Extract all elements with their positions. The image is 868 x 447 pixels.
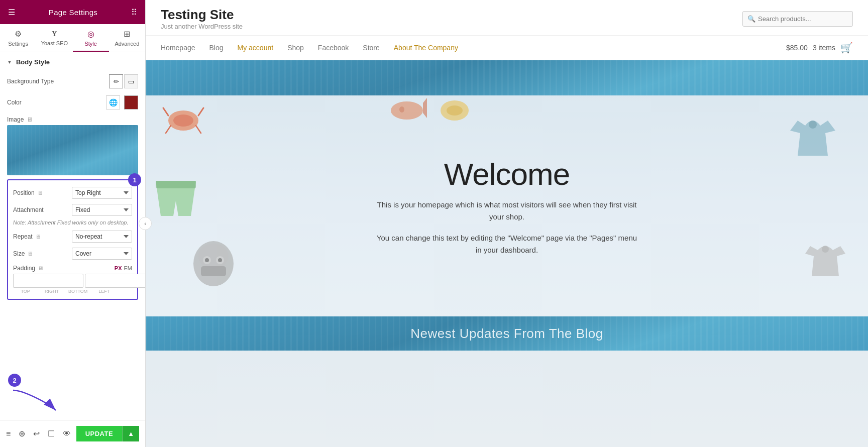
hamburger-icon[interactable]: ☰ (8, 8, 15, 17)
attachment-row: Attachment Fixed Default Scroll (8, 201, 137, 218)
body-style-section[interactable]: ▼ Body Style (0, 52, 145, 71)
site-header: Testing Site Just another WordPress site… (146, 0, 868, 36)
image-preview[interactable] (7, 125, 138, 175)
position-monitor-icon: 🖥 (37, 190, 43, 196)
padding-label: Padding 🖥 (13, 265, 43, 272)
svg-line-3 (163, 108, 168, 116)
svg-point-18 (822, 246, 829, 253)
floating-item-shirt (788, 110, 838, 163)
panel-collapse-toggle[interactable]: ‹ (139, 217, 152, 230)
size-select[interactable]: Cover Default Auto Contain (72, 248, 132, 260)
preview-icon[interactable]: 👁 (63, 429, 71, 438)
search-input[interactable] (742, 11, 853, 27)
update-dropdown-button[interactable]: ▲ (122, 426, 139, 441)
body-style-label: Body Style (16, 58, 50, 66)
left-panel: ☰ Page Settings ⠿ ⚙ Settings Y Yoast SEO… (0, 0, 146, 447)
svg-line-5 (166, 126, 171, 133)
monitor-icon: 🖥 (27, 116, 33, 123)
repeat-monitor-icon: 🖥 (35, 234, 41, 240)
cart-price: $85.00 (786, 44, 808, 52)
yoast-icon: Y (52, 30, 57, 38)
position-select[interactable]: Top Right Default Top Left Top Center Ce… (72, 187, 132, 199)
size-monitor-icon: 🖥 (27, 251, 33, 257)
site-tagline: Just another WordPress site (161, 23, 243, 30)
svg-point-12 (198, 244, 229, 269)
site-nav: Homepage Blog My account Shop Facebook S… (146, 36, 868, 60)
cart-items: 3 items (813, 44, 835, 52)
color-label: Color (7, 99, 22, 106)
floating-item-helmet (186, 236, 241, 298)
padding-top-input[interactable] (13, 274, 83, 288)
tab-style-label: Style (84, 41, 96, 47)
color-controls: 🌐 (106, 95, 138, 109)
blue-banner-top (146, 60, 868, 95)
hero-content: Welcome This is your homepage which is w… (146, 95, 868, 316)
nav-myaccount[interactable]: My account (238, 44, 274, 52)
tab-style[interactable]: ◎ Style (73, 24, 109, 52)
svg-rect-13 (201, 266, 226, 276)
padding-right-input[interactable] (85, 274, 145, 288)
padding-inputs: 🔗 (13, 274, 132, 288)
layers-icon[interactable]: ⊕ (19, 429, 25, 438)
tab-yoast-seo[interactable]: Y Yoast SEO (36, 24, 72, 52)
padding-right-label: RIGHT (39, 289, 64, 294)
tab-settings[interactable]: ⚙ Settings (0, 24, 36, 52)
search-wrapper: 🔍 (742, 11, 853, 27)
padding-section: Padding 🖥 PX EM 🔗 TOP (8, 262, 137, 295)
site-title: Testing Site (161, 7, 243, 23)
padding-sublabels: TOP RIGHT BOTTOM LEFT (13, 289, 132, 294)
em-unit-button[interactable]: EM (124, 265, 133, 271)
attachment-select[interactable]: Fixed Default Scroll (72, 204, 132, 216)
color-swatch[interactable] (124, 95, 138, 109)
hero-area: Welcome This is your homepage which is w… (146, 60, 868, 447)
grid-icon[interactable]: ⠿ (131, 8, 137, 17)
nav-shop[interactable]: Shop (287, 44, 304, 52)
svg-rect-10 (156, 181, 196, 188)
size-label: Size 🖥 (13, 250, 33, 257)
bg-type-clear-button[interactable]: ▭ (124, 74, 138, 88)
svg-point-16 (205, 258, 209, 262)
tab-advanced[interactable]: ⊞ Advanced (109, 24, 145, 52)
badge-1: 1 (128, 173, 141, 186)
menu-icon[interactable]: ≡ (6, 429, 11, 438)
nav-store[interactable]: Store (363, 44, 379, 52)
panel-tabs: ⚙ Settings Y Yoast SEO ◎ Style ⊞ Advance… (0, 24, 145, 52)
svg-point-15 (216, 256, 224, 264)
nav-links: Homepage Blog My account Shop Facebook S… (161, 44, 458, 52)
history-icon[interactable]: ↩ (33, 429, 40, 438)
px-unit-button[interactable]: PX (115, 265, 122, 271)
image-label-row: Image 🖥 (0, 113, 145, 125)
style-icon: ◎ (87, 29, 94, 39)
floating-item-tshirt-gray (803, 236, 848, 283)
update-button[interactable]: UPDATE (76, 426, 122, 441)
blog-banner: Newest Updates From The Blog (146, 316, 868, 351)
svg-point-9 (809, 121, 817, 129)
color-globe-button[interactable]: 🌐 (106, 95, 120, 109)
collapse-arrow-icon: ▼ (7, 59, 12, 65)
floating-item-yellow (437, 93, 472, 130)
size-row: Size 🖥 Cover Default Auto Contain (8, 245, 137, 262)
responsive-icon[interactable]: ☐ (48, 429, 55, 438)
svg-point-19 (391, 101, 423, 120)
cart-icon[interactable]: 🛒 (840, 42, 853, 54)
image-label: Image (7, 116, 24, 123)
background-type-label: Background Type (7, 78, 54, 85)
color-row: Color 🌐 (0, 92, 145, 113)
panel-content: ▼ Body Style Background Type ✏ ▭ Color 🌐… (0, 52, 145, 420)
svg-point-8 (447, 105, 463, 116)
repeat-select[interactable]: No-repeat Default Repeat Repeat-x Repeat… (72, 231, 132, 243)
tab-yoast-label: Yoast SEO (41, 40, 68, 46)
nav-blog[interactable]: Blog (209, 44, 224, 52)
nav-about[interactable]: About The Company (394, 44, 458, 52)
update-btn-group: UPDATE ▲ (76, 426, 139, 441)
nav-homepage[interactable]: Homepage (161, 44, 195, 52)
floating-item-lobster (161, 100, 206, 143)
svg-point-11 (193, 241, 234, 286)
floating-item-pants (151, 176, 201, 238)
bg-type-paint-button[interactable]: ✏ (109, 74, 123, 88)
svg-point-14 (203, 256, 211, 264)
nav-facebook[interactable]: Facebook (318, 44, 349, 52)
site-title-block: Testing Site Just another WordPress site (161, 7, 243, 30)
floating-item-fish (387, 95, 427, 128)
svg-point-1 (168, 110, 198, 131)
